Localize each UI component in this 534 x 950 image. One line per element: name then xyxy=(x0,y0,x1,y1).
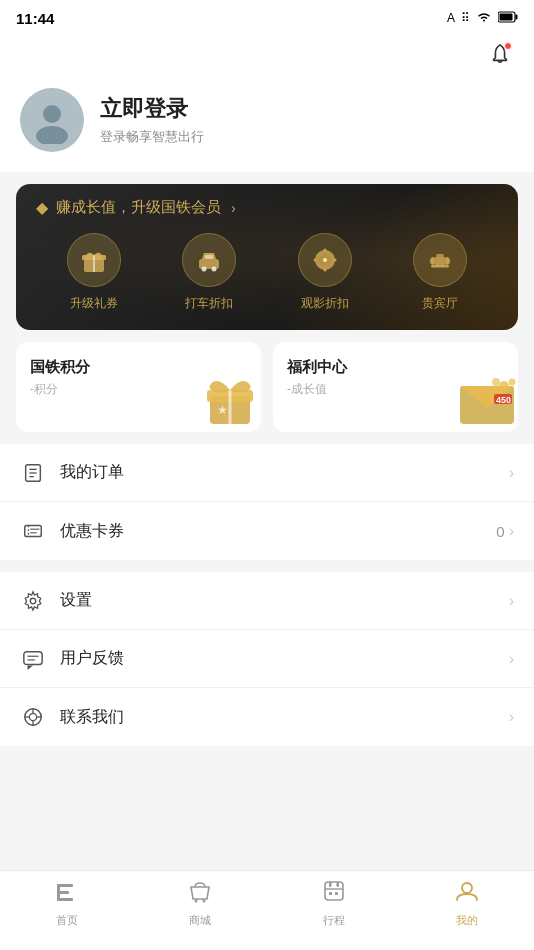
settings-arrow-icon: › xyxy=(509,592,514,610)
welfare-card[interactable]: 福利中心 -成长值 450 xyxy=(273,342,518,432)
main-menu-section: 我的订单 › 优惠卡券 0 › xyxy=(0,444,534,560)
cards-row: 国铁积分 -积分 ★ 福利中心 -成长值 450 xyxy=(16,342,518,432)
taxi-icon-circle xyxy=(182,233,236,287)
svg-rect-58 xyxy=(336,882,339,887)
trip-tab-icon xyxy=(321,879,347,909)
sim-icon: A xyxy=(447,11,455,25)
menu-item-settings[interactable]: 设置 › xyxy=(0,572,534,630)
vip-item-label-movie: 观影折扣 xyxy=(301,295,349,312)
svg-point-18 xyxy=(333,259,336,262)
svg-rect-61 xyxy=(335,892,338,895)
points-card-image: ★ xyxy=(195,366,261,432)
svg-point-29 xyxy=(499,381,509,391)
profile-section[interactable]: 立即登录 登录畅享智慧出行 xyxy=(0,76,534,172)
svg-point-14 xyxy=(323,258,327,262)
vip-item-label-gift: 升级礼券 xyxy=(70,295,118,312)
status-time: 11:44 xyxy=(16,10,54,27)
vip-benefits: 升级礼券 打车折扣 xyxy=(36,233,498,312)
svg-point-31 xyxy=(509,379,516,386)
svg-rect-19 xyxy=(434,257,446,265)
feedback-icon xyxy=(20,646,46,672)
tab-label-mine: 我的 xyxy=(456,913,478,928)
vip-item-lounge[interactable]: 贵宾厅 xyxy=(413,233,467,312)
svg-text:450: 450 xyxy=(496,395,511,405)
profile-info: 立即登录 登录畅享智慧出行 xyxy=(100,94,204,146)
settings-icon xyxy=(20,588,46,614)
svg-rect-11 xyxy=(205,255,213,259)
tab-item-trip[interactable]: 行程 xyxy=(267,879,401,928)
svg-rect-2 xyxy=(500,14,513,21)
svg-rect-52 xyxy=(57,891,69,894)
svg-rect-20 xyxy=(431,265,449,268)
svg-point-10 xyxy=(212,267,217,272)
svg-point-17 xyxy=(313,259,316,262)
svg-rect-8 xyxy=(199,259,219,269)
lounge-icon-circle xyxy=(413,233,467,287)
contact-label: 联系我们 xyxy=(60,707,509,728)
coupons-arrow-icon: › xyxy=(509,522,514,540)
wifi-icon xyxy=(476,9,492,27)
vip-item-label-taxi: 打车折扣 xyxy=(185,295,233,312)
status-icons: A ⠿ xyxy=(447,9,518,27)
svg-rect-57 xyxy=(329,882,332,887)
coupons-badge: 0 xyxy=(496,523,504,540)
grid-icon: ⠿ xyxy=(461,11,470,25)
vip-item-label-lounge: 贵宾厅 xyxy=(422,295,458,312)
gift-icon-circle xyxy=(67,233,121,287)
notification-area xyxy=(0,36,534,76)
menu-item-contact[interactable]: 联系我们 › xyxy=(0,688,534,746)
contact-icon xyxy=(20,704,46,730)
svg-rect-36 xyxy=(25,526,42,537)
vip-item-taxi[interactable]: 打车折扣 xyxy=(182,233,236,312)
svg-point-30 xyxy=(492,378,500,386)
home-tab-icon xyxy=(54,879,80,909)
svg-point-9 xyxy=(202,267,207,272)
menu-item-feedback[interactable]: 用户反馈 › xyxy=(0,630,534,688)
status-bar: 11:44 A ⠿ xyxy=(0,0,534,36)
svg-rect-6 xyxy=(82,255,106,260)
svg-point-40 xyxy=(30,598,36,604)
vip-banner[interactable]: ◆ 赚成长值，升级国铁会员 › 升级礼券 xyxy=(16,184,518,330)
svg-rect-60 xyxy=(329,892,332,895)
points-card[interactable]: 国铁积分 -积分 ★ xyxy=(16,342,261,432)
vip-item-gift[interactable]: 升级礼券 xyxy=(67,233,121,312)
svg-point-15 xyxy=(323,249,326,252)
mall-tab-icon xyxy=(187,879,213,909)
svg-text:★: ★ xyxy=(217,403,228,417)
profile-subtitle: 登录畅享智慧出行 xyxy=(100,128,204,146)
svg-point-16 xyxy=(323,269,326,272)
tab-item-mine[interactable]: 我的 xyxy=(401,879,535,928)
tab-item-mall[interactable]: 商城 xyxy=(134,879,268,928)
tab-item-home[interactable]: 首页 xyxy=(0,879,134,928)
notification-dot xyxy=(504,42,512,50)
tab-label-trip: 行程 xyxy=(323,913,345,928)
svg-rect-53 xyxy=(57,898,73,901)
feedback-arrow-icon: › xyxy=(509,650,514,668)
svg-point-62 xyxy=(462,883,472,893)
orders-label: 我的订单 xyxy=(60,462,509,483)
battery-icon xyxy=(498,9,518,27)
svg-point-55 xyxy=(203,900,206,903)
menu-item-coupons[interactable]: 优惠卡券 0 › xyxy=(0,502,534,560)
svg-point-4 xyxy=(36,126,68,144)
movie-icon-circle xyxy=(298,233,352,287)
vip-header: ◆ 赚成长值，升级国铁会员 › xyxy=(36,198,498,217)
orders-arrow-icon: › xyxy=(509,464,514,482)
vip-arrow-icon: › xyxy=(231,200,236,216)
orders-icon xyxy=(20,460,46,486)
vip-text: 赚成长值，升级国铁会员 xyxy=(56,198,221,217)
svg-rect-21 xyxy=(436,254,444,257)
welfare-card-image: 450 xyxy=(452,366,518,432)
vip-item-movie[interactable]: 观影折扣 xyxy=(298,233,352,312)
tab-label-home: 首页 xyxy=(56,913,78,928)
bell-button[interactable] xyxy=(486,40,514,68)
svg-rect-56 xyxy=(325,882,343,900)
settings-section: 设置 › 用户反馈 › 联系我们 › xyxy=(0,572,534,746)
mine-tab-icon xyxy=(454,879,480,909)
svg-rect-41 xyxy=(24,651,42,664)
svg-point-54 xyxy=(195,900,198,903)
svg-point-13 xyxy=(319,254,331,266)
menu-item-orders[interactable]: 我的订单 › xyxy=(0,444,534,502)
profile-name: 立即登录 xyxy=(100,94,204,124)
feedback-label: 用户反馈 xyxy=(60,648,509,669)
